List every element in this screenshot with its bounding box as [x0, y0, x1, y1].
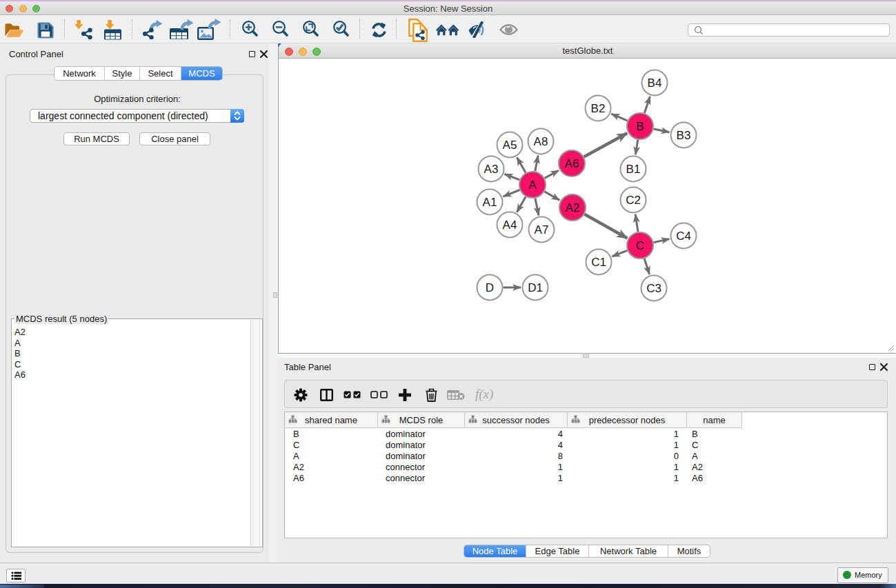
- svg-text:C3: C3: [646, 282, 661, 295]
- svg-text:C: C: [636, 239, 644, 252]
- svg-text:A1: A1: [483, 196, 497, 209]
- svg-text:A6: A6: [565, 157, 579, 170]
- svg-text:A3: A3: [484, 163, 499, 176]
- svg-text:B: B: [636, 120, 644, 133]
- svg-text:D: D: [486, 281, 494, 294]
- svg-text:D1: D1: [528, 281, 543, 294]
- svg-text:A8: A8: [534, 135, 548, 148]
- svg-text:A4: A4: [503, 219, 517, 232]
- svg-text:B4: B4: [648, 77, 662, 90]
- svg-text:A5: A5: [503, 139, 517, 152]
- svg-text:C1: C1: [591, 256, 606, 269]
- svg-text:A: A: [528, 179, 537, 192]
- svg-text:A2: A2: [566, 201, 580, 214]
- svg-text:B2: B2: [591, 102, 606, 115]
- svg-text:B3: B3: [677, 129, 691, 142]
- svg-text:C4: C4: [676, 230, 691, 243]
- svg-text:C2: C2: [626, 194, 641, 207]
- svg-text:B1: B1: [626, 163, 641, 176]
- svg-text:A7: A7: [535, 223, 549, 236]
